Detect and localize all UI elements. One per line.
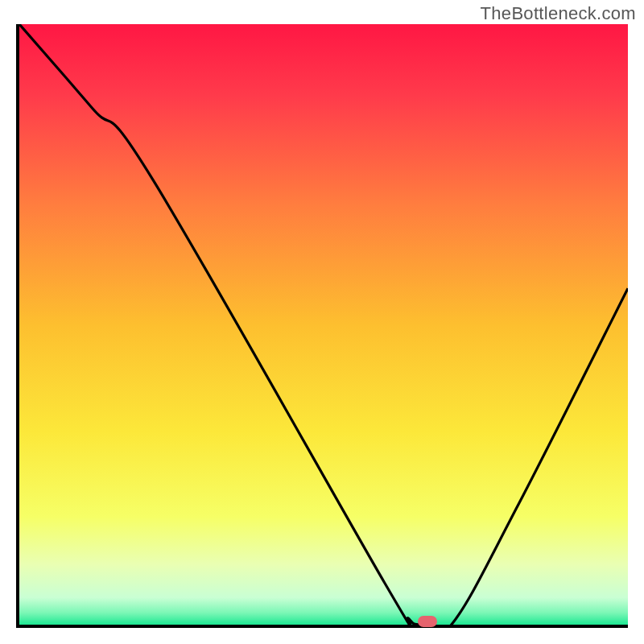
bottleneck-curve	[19, 24, 628, 625]
chart-container: TheBottleneck.com	[0, 0, 644, 644]
optimal-marker	[418, 616, 437, 627]
curve-layer	[19, 24, 628, 625]
plot-area	[16, 24, 628, 628]
watermark-text: TheBottleneck.com	[481, 3, 636, 24]
